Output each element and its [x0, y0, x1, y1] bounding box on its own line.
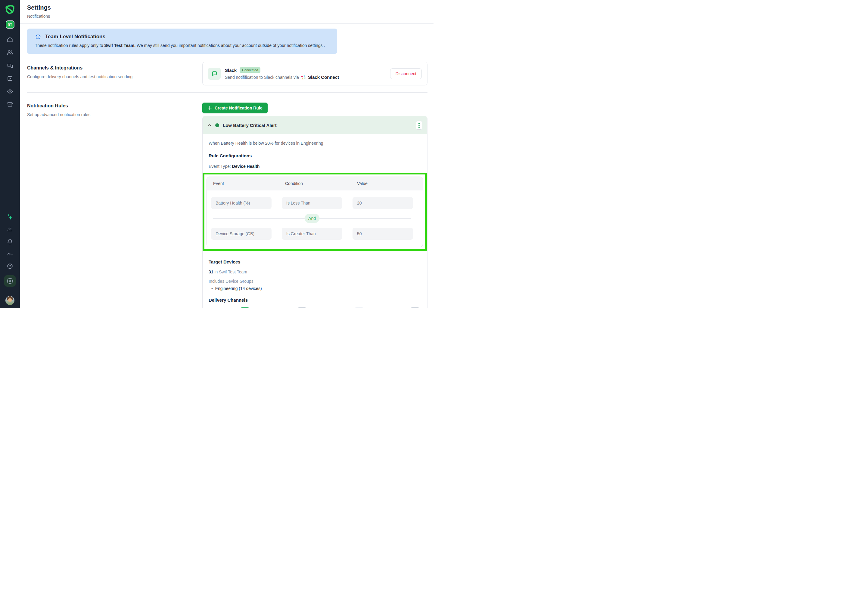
- main-content: Settings Notifications Team-Level Notifi…: [20, 0, 434, 308]
- join-operator-pill: And: [304, 214, 320, 223]
- page-title: Settings: [27, 4, 434, 11]
- delivery-channels-heading: Delivery Channels: [209, 297, 421, 303]
- sms-toggle[interactable]: [408, 307, 421, 308]
- rule-kebab-menu-button[interactable]: [416, 121, 422, 130]
- banner-body-prefix: These notification rules apply only to: [35, 43, 104, 48]
- sidebar-item-app-store[interactable]: [6, 101, 13, 108]
- notification-rules-section: Notification Rules Set up advanced notif…: [27, 102, 427, 308]
- sidebar-item-signature[interactable]: [6, 251, 13, 257]
- sidebar-item-visibility[interactable]: [6, 88, 13, 95]
- event-type-label: Event Type:: [209, 164, 231, 169]
- plus-icon: [207, 106, 212, 110]
- slack-logo-icon: [301, 75, 306, 80]
- signature-icon: [6, 251, 13, 257]
- home-icon: [6, 36, 13, 43]
- sidebar-item-home[interactable]: [6, 36, 13, 43]
- condition-row: Device Storage (GB) Is Greater Than 50: [211, 228, 413, 240]
- team-level-notifications-banner: Team-Level Notifications These notificat…: [27, 28, 337, 54]
- condition-field[interactable]: Is Less Than: [282, 197, 342, 209]
- chevron-up-icon[interactable]: [207, 123, 212, 127]
- download-icon: [6, 226, 13, 233]
- devices-icon: [6, 62, 13, 69]
- sidebar-item-settings[interactable]: [4, 275, 16, 287]
- rule-card-body: When Battery Health is below 20% for dev…: [203, 141, 427, 308]
- device-group-item: Engineering (14 devices): [209, 286, 421, 291]
- section-divider: [27, 92, 427, 93]
- delivery-channels-row: Push (In-App) Email Slack: [209, 307, 421, 308]
- channel-sms: SMS: [396, 307, 421, 308]
- value-field[interactable]: 50: [353, 228, 413, 240]
- condition-row: Battery Health (%) Is Less Than 20: [211, 197, 413, 209]
- condition-field[interactable]: Is Greater Than: [282, 228, 342, 240]
- target-devices-count-line: 31 in Swif Test Team: [209, 269, 421, 274]
- sidebar-item-help[interactable]: [6, 263, 13, 269]
- email-toggle[interactable]: [296, 307, 308, 308]
- team-icon: [6, 49, 13, 56]
- bell-icon: [6, 238, 13, 245]
- channel-push: Push (In-App): [209, 307, 251, 308]
- rule-summary: When Battery Health is below 20% for dev…: [209, 141, 421, 146]
- channel-slack: Slack: [338, 307, 365, 308]
- info-icon: [36, 34, 41, 39]
- banner-title: Team-Level Notifications: [45, 34, 106, 40]
- create-button-label: Create Notification Rule: [214, 105, 263, 110]
- chat-bubble-icon: [208, 68, 221, 80]
- connected-status-badge: Connected: [240, 68, 260, 73]
- rules-subheading: Set up advanced notification rules: [27, 112, 202, 117]
- user-avatar[interactable]: [5, 296, 14, 305]
- workspace-badge[interactable]: RT: [6, 20, 14, 28]
- channels-subheading: Configure delivery channels and test not…: [27, 74, 202, 79]
- slack-connect-link[interactable]: Slack Connect: [308, 75, 339, 80]
- push-toggle[interactable]: [238, 307, 251, 308]
- conditions-highlight-box: Event Condition Value Battery Health (%)…: [203, 173, 427, 251]
- join-operator-divider: And: [211, 213, 413, 223]
- sidebar-item-ai-assistant[interactable]: [6, 214, 13, 220]
- disconnect-button[interactable]: Disconnect: [390, 68, 422, 79]
- slack-integration-card: Slack Connected Send notifification to S…: [202, 62, 427, 85]
- event-type-line: Event Type: Device Health: [209, 164, 421, 169]
- sidebar-item-tasks[interactable]: [6, 75, 13, 82]
- ai-sparkles-icon: [6, 214, 13, 220]
- banner-body: These notification rules apply only to S…: [35, 42, 329, 49]
- store-icon: [6, 101, 13, 108]
- page-subtitle: Notifications: [27, 14, 434, 19]
- slack-description: Send notifification to Slack channels vi…: [225, 75, 299, 80]
- sidebar-item-alerts[interactable]: [6, 238, 13, 245]
- sidebar-item-devices[interactable]: [6, 62, 13, 69]
- eye-icon: [6, 88, 13, 95]
- sidebar-nav: [6, 36, 13, 108]
- target-devices-heading: Target Devices: [209, 259, 421, 264]
- sidebar-bottom: [4, 214, 16, 305]
- help-icon: [6, 263, 13, 269]
- device-groups-label: Includes Device Groups: [209, 279, 421, 284]
- conditions-table: Event Condition Value Battery Health (%)…: [207, 176, 423, 247]
- swif-shield-logo-icon: [4, 4, 16, 16]
- sidebar-item-team[interactable]: [6, 49, 13, 56]
- column-header-event: Event: [207, 181, 279, 186]
- channels-heading: Channels & Integrations: [27, 65, 202, 71]
- slack-card-text: Slack Connected Send notifification to S…: [225, 68, 339, 80]
- channels-integrations-section: Channels & Integrations Configure delive…: [27, 62, 427, 85]
- event-field[interactable]: Battery Health (%): [211, 197, 271, 209]
- rule-card-header[interactable]: Low Battery Critical Alert: [203, 116, 427, 134]
- create-notification-rule-button[interactable]: Create Notification Rule: [202, 102, 268, 113]
- value-field[interactable]: 20: [353, 197, 413, 209]
- target-device-count: 31: [209, 269, 213, 274]
- column-header-condition: Condition: [279, 181, 351, 186]
- banner-body-suffix: We may still send you important notifica…: [136, 43, 325, 48]
- rule-card: Low Battery Critical Alert When Battery …: [202, 116, 427, 308]
- slack-toggle[interactable]: [353, 307, 366, 308]
- event-type-value: Device Health: [232, 164, 260, 169]
- conditions-table-header: Event Condition Value: [207, 177, 422, 190]
- rule-config-heading: Rule Configurations: [209, 153, 421, 158]
- channel-email: Email: [281, 307, 308, 308]
- event-field[interactable]: Device Storage (GB): [211, 228, 271, 240]
- sidebar-item-downloads[interactable]: [6, 226, 13, 233]
- sidebar: RT: [0, 0, 20, 308]
- gear-icon: [6, 278, 13, 284]
- rule-status-dot: [215, 123, 219, 127]
- page-header: Settings Notifications: [20, 0, 434, 24]
- rule-title: Low Battery Critical Alert: [223, 123, 277, 128]
- target-device-scope: in Swif Test Team: [213, 269, 247, 274]
- column-header-value: Value: [351, 181, 422, 186]
